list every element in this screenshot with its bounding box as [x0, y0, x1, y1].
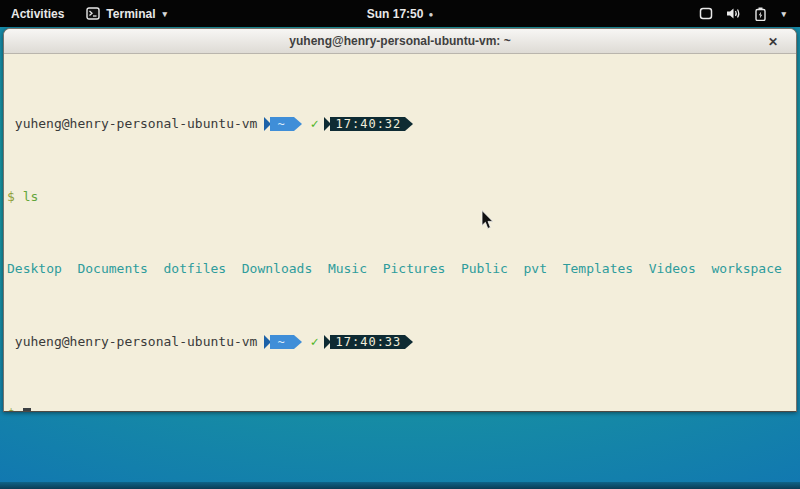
directory-name: Public [461, 262, 508, 277]
mouse-pointer-icon [481, 210, 495, 230]
screen-icon [699, 7, 713, 20]
directory-name: workspace [711, 262, 781, 277]
status-check-icon: ✓ [311, 335, 319, 350]
terminal-content[interactable]: yuheng@henry-personal-ubuntu-vm ~ ✓ 17:4… [4, 54, 796, 411]
terminal-app-icon [86, 7, 100, 20]
window-titlebar[interactable]: yuheng@henry-personal-ubuntu-vm: ~ ✕ [4, 29, 796, 54]
notification-dot-icon: ● [428, 10, 433, 19]
clock-label[interactable]: Sun 17:50 [367, 7, 424, 21]
app-menu-terminal[interactable]: Terminal ▾ [76, 7, 177, 21]
powerline-arrow-icon [405, 117, 413, 131]
activities-button[interactable]: Activities [0, 7, 76, 21]
powerline-arrow-icon [294, 335, 302, 349]
prompt-line-1: yuheng@henry-personal-ubuntu-vm ~ ✓ 17:4… [7, 117, 793, 132]
chevron-down-icon: ▾ [162, 9, 167, 19]
battery-charging-icon [754, 7, 767, 21]
prompt-host: yuheng@henry-personal-ubuntu-vm [15, 117, 258, 132]
directory-name: Music [328, 262, 367, 277]
prompt-path: ~ [270, 335, 293, 349]
powerline-arrow-icon [405, 335, 413, 349]
chevron-down-icon: ▾ [781, 9, 786, 19]
app-menu-label: Terminal [106, 7, 155, 21]
powerline-time-segment: 17:40:33 [324, 335, 414, 349]
gnome-top-bar: Activities Terminal ▾ Sun 17:50● [0, 0, 800, 27]
input-line[interactable]: $ [7, 407, 793, 411]
directory-name: dotfiles [164, 262, 227, 277]
directory-name: Templates [563, 262, 633, 277]
directory-name: Pictures [383, 262, 446, 277]
directory-name: Videos [649, 262, 696, 277]
prompt-timestamp: 17:40:33 [330, 335, 406, 349]
system-status-area[interactable]: ▾ [699, 7, 800, 21]
close-button[interactable]: ✕ [762, 29, 784, 54]
powerline-time-segment: 17:40:32 [324, 117, 414, 131]
prompt-symbol: $ [7, 407, 15, 411]
powerline-path-segment: ~ [264, 335, 301, 349]
ls-output-line: Desktop Documents dotfiles Downloads Mus… [7, 262, 793, 277]
volume-icon [726, 7, 741, 20]
prompt-timestamp: 17:40:32 [330, 117, 406, 131]
directory-name: pvt [524, 262, 547, 277]
command-line: $ ls [7, 190, 793, 205]
window-title: yuheng@henry-personal-ubuntu-vm: ~ [289, 34, 510, 48]
prompt-host: yuheng@henry-personal-ubuntu-vm [15, 335, 258, 350]
prompt-line-2: yuheng@henry-personal-ubuntu-vm ~ ✓ 17:4… [7, 335, 793, 350]
powerline-path-segment: ~ [264, 117, 301, 131]
status-check-icon: ✓ [311, 117, 319, 132]
prompt-path: ~ [270, 117, 293, 131]
prompt-symbol: $ [7, 190, 15, 205]
desktop-bottom-edge [0, 482, 800, 489]
directory-name: Documents [77, 262, 147, 277]
directory-name: Desktop [7, 262, 62, 277]
typed-command: ls [23, 190, 39, 205]
terminal-window: yuheng@henry-personal-ubuntu-vm: ~ ✕ yuh… [3, 28, 797, 412]
powerline-arrow-icon [294, 117, 302, 131]
terminal-block-cursor [23, 408, 31, 411]
directory-name: Downloads [242, 262, 312, 277]
